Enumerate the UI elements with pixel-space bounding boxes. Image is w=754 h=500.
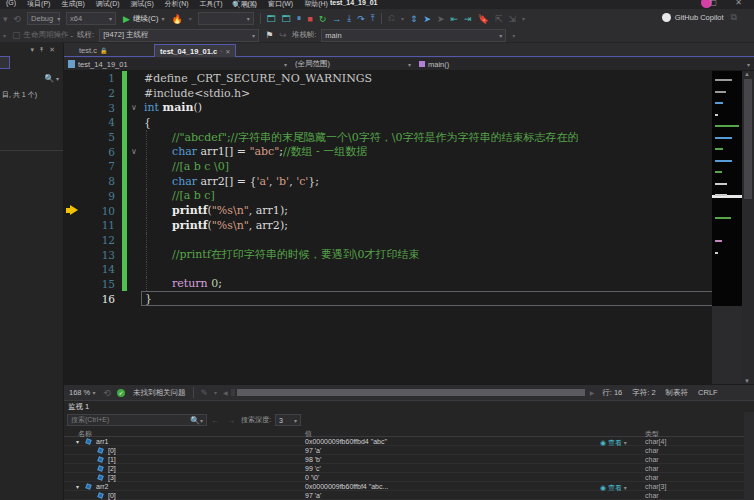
code-line[interactable]: 8char arr2[] = {'a', 'b', 'c'};: [64, 174, 754, 189]
next-bookmark-icon[interactable]: ⇲: [508, 14, 516, 24]
pin-dot-icon[interactable]: ◦: [220, 48, 222, 54]
code-text[interactable]: [141, 262, 754, 277]
code-line[interactable]: 9//[a b c]: [64, 189, 754, 204]
code-text[interactable]: char arr1[] = "abc";//数组 - 一组数据: [141, 144, 754, 159]
stop-debug-icon[interactable]: ■: [307, 14, 312, 24]
search-box[interactable]: 🔍 搜索: [232, 0, 257, 9]
breadcrumb-file[interactable]: test_14_19_01▾: [64, 58, 291, 70]
code-text[interactable]: printf("%s\n", arr1);: [141, 203, 754, 218]
scroll-right-icon[interactable]: ▶: [590, 389, 595, 396]
fold-chevron-icon[interactable]: ∨: [127, 103, 141, 112]
code-editor[interactable]: 1#define _CRT_SECURE_NO_WARNINGS2#includ…: [64, 71, 754, 384]
pen-dropdown-icon[interactable]: ▾: [214, 389, 217, 396]
panel-dropdown-icon[interactable]: ▾: [31, 46, 39, 53]
code-line[interactable]: 6∨char arr1[] = "abc";//数组 - 一组数据: [64, 144, 754, 159]
pen-icon[interactable]: ✎: [200, 388, 208, 398]
toolbar-overflow-icon[interactable]: ▾: [522, 15, 525, 22]
search-prev-icon[interactable]: ←: [211, 416, 219, 425]
flag-icon[interactable]: ⚑: [265, 30, 273, 40]
vertical-scrollbar[interactable]: ▲ ▼: [742, 71, 754, 384]
line-number[interactable]: 6: [64, 146, 122, 158]
thread-select[interactable]: [9472] 主线程▾: [99, 29, 259, 42]
toolbar2-overflow-icon[interactable]: ▾: [512, 32, 515, 39]
hscroll-track[interactable]: [231, 389, 235, 396]
menu-item[interactable]: 分析(N): [165, 0, 189, 9]
cursor-back-icon[interactable]: ➤: [437, 14, 445, 24]
debug-config-select[interactable]: Debug▾: [27, 12, 60, 25]
undo-icon[interactable]: ⎌: [388, 13, 395, 24]
prev-bookmark-icon[interactable]: ⇱: [495, 14, 503, 24]
line-number[interactable]: 4: [64, 116, 122, 128]
startup-select[interactable]: ▾: [198, 12, 254, 25]
line-number[interactable]: 12: [64, 234, 122, 246]
code-text[interactable]: printf("%s\n", arr2);: [141, 218, 754, 233]
stack-frame-select[interactable]: main▾: [321, 29, 506, 42]
code-text[interactable]: int main(): [141, 100, 754, 115]
menu-item[interactable]: 帮助(H): [304, 0, 328, 9]
code-text[interactable]: #include<stdio.h>: [141, 86, 754, 101]
code-line[interactable]: 14: [64, 262, 754, 277]
step-over-icon[interactable]: ↷: [357, 14, 365, 24]
expander-icon[interactable]: ▾: [76, 483, 79, 490]
indent-increase-icon[interactable]: ⇥: [464, 14, 472, 24]
curved-arrow-icon[interactable]: ↪: [279, 30, 287, 40]
menu-item[interactable]: 窗口(W): [268, 0, 293, 9]
panel-close-icon[interactable]: ✕: [49, 46, 59, 53]
menu-item[interactable]: 调试(D): [96, 0, 120, 9]
watch-row[interactable]: [0]97 'a'char: [64, 446, 754, 455]
line-number[interactable]: 1: [64, 72, 122, 84]
tab-test-c[interactable]: test.c🔒: [74, 44, 112, 57]
tab-test-04-19-01-c[interactable]: test_04_19_01.c◦✕: [154, 44, 236, 57]
line-number[interactable]: 5: [64, 131, 122, 143]
code-text[interactable]: return 0;: [141, 277, 754, 292]
show-next-statement-icon[interactable]: →: [332, 14, 341, 24]
watch-tab[interactable]: 监视 1: [68, 402, 89, 412]
tab-close-icon[interactable]: ✕: [225, 48, 230, 55]
watch-search-input[interactable]: 搜索(Ctrl+E) 🔍 ▾: [67, 414, 207, 426]
code-line[interactable]: 1#define _CRT_SECURE_NO_WARNINGS: [64, 71, 754, 86]
scroll-up-icon[interactable]: ▲: [744, 71, 750, 77]
watch-row[interactable]: [2]99 'c'char: [64, 464, 754, 473]
expander-icon[interactable]: ▾: [76, 438, 79, 445]
code-line[interactable]: 10printf("%s\n", arr1);: [64, 203, 754, 218]
navigate-icon[interactable]: ⇕: [410, 14, 418, 24]
code-line[interactable]: 13//printf在打印字符串的时候，要遇到\0才打印结束: [64, 247, 754, 262]
panel-search-input[interactable]: [0, 56, 10, 69]
search-next-icon[interactable]: →: [227, 416, 235, 425]
code-line[interactable]: 15return 0;: [64, 277, 754, 292]
line-number[interactable]: 16: [64, 293, 122, 305]
line-number[interactable]: 14: [64, 263, 122, 275]
code-line[interactable]: 16}: [64, 291, 754, 306]
line-number[interactable]: 8: [64, 175, 122, 187]
watch-scrollbar[interactable]: [744, 412, 754, 500]
code-text[interactable]: //"abcdef";//字符串的末尾隐藏一个\0字符，\0字符是作为字符串的结…: [141, 130, 754, 145]
continue-button[interactable]: ▶继续(C)▾: [123, 14, 164, 24]
window-layout-icon[interactable]: 🗔: [267, 14, 276, 24]
code-line[interactable]: 12: [64, 233, 754, 248]
line-number[interactable]: 11: [64, 219, 122, 231]
fold-chevron-icon[interactable]: ∨: [127, 147, 141, 156]
watch-search-dropdown-icon[interactable]: ▾: [200, 417, 203, 424]
code-text[interactable]: }: [141, 291, 724, 306]
watch-row[interactable]: ▾arr20x0000009fb60ffbf4 "abc...◉ 查看 ▾cha…: [64, 482, 754, 491]
eol-indicator[interactable]: CRLF: [698, 388, 718, 397]
line-number[interactable]: 9: [64, 190, 122, 202]
hot-reload-icon[interactable]: 🔥: [171, 14, 182, 24]
breadcrumb-scope[interactable]: (全局范围)▾: [291, 58, 415, 70]
cursor-icon[interactable]: ➤: [423, 14, 431, 24]
code-line[interactable]: 5//"abcdef";//字符串的末尾隐藏一个\0字符，\0字符是作为字符串的…: [64, 130, 754, 145]
panel-search-icon[interactable]: 🔍: [44, 74, 54, 83]
restart-icon[interactable]: ↻: [319, 14, 327, 24]
watch-row[interactable]: ▾arr10x0000009fb60ffbd4 "abc"◉ 查看 ▾char[…: [64, 437, 754, 446]
sync-icon[interactable]: ⟲: [103, 388, 111, 398]
toolbar2-dropdown-icon[interactable]: ▾: [3, 32, 6, 39]
code-text[interactable]: char arr2[] = {'a', 'b', 'c'};: [141, 174, 754, 189]
code-text[interactable]: //printf在打印字符串的时候，要遇到\0才打印结束: [141, 247, 754, 262]
code-line[interactable]: 4{: [64, 115, 754, 130]
pin-icon[interactable]: 🖈: [38, 46, 49, 53]
bookmark-icon[interactable]: 🔖: [478, 14, 489, 24]
menu-item[interactable]: 项目(P): [27, 0, 50, 9]
refresh-icon[interactable]: ⟲: [14, 14, 22, 24]
line-number[interactable]: 15: [64, 278, 122, 290]
scroll-left-icon[interactable]: ◀: [223, 389, 228, 396]
